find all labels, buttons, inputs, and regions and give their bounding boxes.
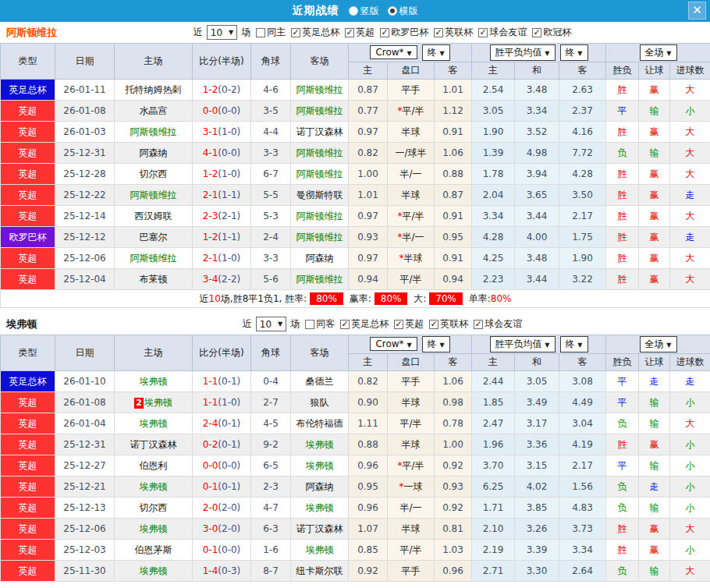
sub-column-header: 让球 <box>639 62 670 80</box>
result-goals: 小 <box>670 434 710 455</box>
radio-horizontal-layout[interactable] <box>388 6 397 16</box>
league-filter-checkbox[interactable]: ✓ <box>429 320 438 329</box>
avg-win: 1.96 <box>472 434 515 455</box>
league-filter-checkbox[interactable]: ✓ <box>434 28 443 37</box>
odds-away: 0.92 <box>435 455 472 476</box>
titlebar: 近期战绩 竖版 横版 ✕ <box>0 0 710 22</box>
final-dropdown[interactable]: 终 ▼ <box>560 44 588 61</box>
handicap: 半球 <box>388 122 435 143</box>
same-venue-checkbox[interactable] <box>256 28 265 37</box>
scope-dropdown[interactable]: 全场 ▼ <box>640 44 677 61</box>
avg-lose: 3.50 <box>559 185 606 206</box>
fulltime-score: 3-0 <box>203 523 218 534</box>
matches-table: 类型日期主场比分(半场)角球客场Crow* ▼终 ▼胜平负均值 ▼终 ▼全场 ▼… <box>0 335 710 582</box>
home-team-name: 埃弗顿 <box>140 523 168 534</box>
away-team-name: 诺丁汉森林 <box>296 523 343 534</box>
avg-lose: 4.19 <box>559 434 606 455</box>
league-filter-checkbox[interactable]: ✓ <box>340 320 350 329</box>
result-outcome: 负 <box>606 413 639 434</box>
away-team-name: 埃弗顿 <box>306 502 334 513</box>
league-filter-checkbox[interactable]: ✓ <box>478 28 488 37</box>
column-header: 类型 <box>1 44 55 80</box>
home-team-name: 伯恩茅斯 <box>135 544 172 555</box>
sub-column-header: 主 <box>472 354 515 371</box>
odds-home: 0.96 <box>349 498 388 519</box>
match-row: 英超25-11-30埃弗顿1-4(0-3)8-7纽卡斯尔联0.92平手0.962… <box>1 561 710 582</box>
result-handicap: 输 <box>639 101 670 122</box>
home-team-name: 埃弗顿 <box>140 376 168 387</box>
fulltime-score: 0-1 <box>203 544 218 555</box>
final-dropdown[interactable]: 终 ▼ <box>422 44 450 61</box>
result-handicap: 赢 <box>639 227 670 248</box>
league-badge: 英超 <box>1 185 55 206</box>
result-goals: 小 <box>670 476 710 498</box>
corner-score: 3-5 <box>251 101 291 122</box>
odds-away: 0.93 <box>435 476 472 498</box>
odds-away: 0.88 <box>435 164 472 185</box>
league-filter-checkbox[interactable]: ✓ <box>380 28 389 37</box>
avg-lose: 1.75 <box>559 227 606 248</box>
home-team-name: 巴塞尔 <box>140 232 168 243</box>
filters: 近10▼场同客✓英足总杯✓英超✓英联杯✓球会友谊 <box>188 317 522 331</box>
rate-badge: 80% <box>310 292 343 305</box>
summary-text: 10 <box>209 293 221 304</box>
match-score: 2-1(1-1) <box>193 185 251 206</box>
final-dropdown[interactable]: 终 ▼ <box>422 336 450 352</box>
avg-win: 2.23 <box>472 269 515 290</box>
corner-score: 8-7 <box>251 561 291 582</box>
result-outcome: 胜 <box>606 206 639 227</box>
page-title: 近期战绩 <box>293 4 339 18</box>
fulltime-score: 0-2 <box>203 439 218 450</box>
match-date: 25-12-06 <box>55 248 115 269</box>
avg-draw: 4.00 <box>515 227 559 248</box>
avg-lose: 4.83 <box>559 498 606 519</box>
handicap: 一/球半 <box>388 143 435 164</box>
handicap-text: 平手 <box>402 565 421 576</box>
league-filter-checkbox[interactable]: ✓ <box>345 28 354 37</box>
close-button[interactable]: ✕ <box>688 2 706 19</box>
avg-draw: 3.30 <box>515 561 559 582</box>
league-filter-checkbox[interactable]: ✓ <box>532 28 541 37</box>
final-dropdown[interactable]: 终 ▼ <box>560 336 588 352</box>
odds-away: 0.91 <box>435 122 472 143</box>
bookmaker-dropdown[interactable]: Crow* ▼ <box>370 45 417 59</box>
table-header: 类型日期主场比分(半场)角球客场Crow* ▼终 ▼胜平负均值 ▼终 ▼全场 ▼… <box>1 44 710 80</box>
handicap-text: 平/半 <box>399 418 421 429</box>
odds-home: 1.00 <box>349 164 388 185</box>
away-team: 阿斯顿维拉 <box>291 227 349 248</box>
odds-away: 0.87 <box>435 185 472 206</box>
match-count-select[interactable]: 10▼ <box>256 317 286 331</box>
avg-win: 3.34 <box>472 206 515 227</box>
result-handicap: 赢 <box>639 519 670 540</box>
result-goals: 小 <box>670 455 710 476</box>
handicap-text: 半球 <box>402 126 421 137</box>
wdl-mean-dropdown[interactable]: 胜平负均值 ▼ <box>490 44 556 61</box>
league-filter-checkbox[interactable]: ✓ <box>394 320 403 329</box>
result-goals: 大 <box>670 122 710 143</box>
avg-win: 2.19 <box>472 540 515 561</box>
away-team: 阿斯顿维拉 <box>291 101 349 122</box>
column-header: 类型 <box>1 335 55 371</box>
halftime-score: (1-0) <box>218 253 240 264</box>
result-goals: 走 <box>670 227 710 248</box>
avg-draw: 3.15 <box>515 455 559 476</box>
league-badge: 英超 <box>1 498 55 519</box>
match-date: 25-12-14 <box>55 206 115 227</box>
bookmaker-dropdown[interactable]: Crow* ▼ <box>370 337 417 351</box>
league-filter-checkbox[interactable]: ✓ <box>474 320 483 329</box>
avg-draw: 3.65 <box>515 185 559 206</box>
column-header: 客场 <box>291 335 349 371</box>
summary-text: 近 <box>200 293 209 304</box>
away-team: 布伦特福德 <box>291 413 349 434</box>
league-filter-checkbox[interactable]: ✓ <box>291 28 300 37</box>
scope-group-header: 全场 ▼ <box>606 44 710 62</box>
match-count-select[interactable]: 10▼ <box>207 25 237 40</box>
match-score: 2-3(2-1) <box>193 206 251 227</box>
handicap-text: 一/球半 <box>395 147 426 158</box>
handicap: 平/半 <box>388 269 435 290</box>
same-venue-checkbox[interactable] <box>305 320 314 329</box>
wdl-mean-dropdown[interactable]: 胜平负均值 ▼ <box>490 336 556 352</box>
radio-vertical-layout[interactable] <box>349 6 358 16</box>
odds-away: 0.98 <box>435 392 472 413</box>
scope-dropdown[interactable]: 全场 ▼ <box>640 336 677 352</box>
